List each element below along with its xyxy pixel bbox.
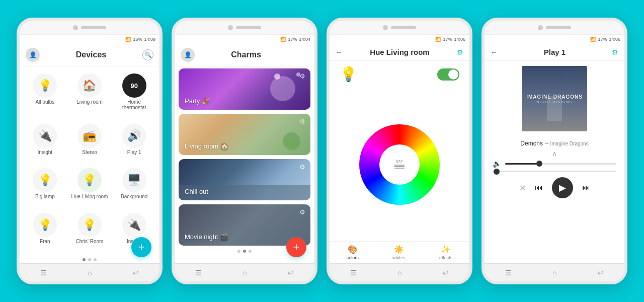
back-button-play[interactable]: ← [491, 48, 498, 56]
tab-whites[interactable]: ☀️ whites [392, 245, 406, 260]
device-label-1: Living room [76, 99, 103, 105]
stereo-icon: 📻 [77, 124, 102, 148]
tab-colors[interactable]: 🎨 colors [347, 245, 359, 260]
devices-header: 👤 Devices 🔍 [20, 44, 159, 66]
home-icon-4[interactable]: ⌂ [552, 269, 556, 277]
settings-button-hue[interactable]: ⚙ [457, 48, 463, 56]
bottom-bar-2: ☰ ⌂ ↩ [175, 263, 314, 281]
tab-effects-label: effects [439, 255, 452, 260]
hue-screen: ← Hue Living room ⚙ 💡 SAT 🎨 colors [330, 44, 469, 263]
wifi-icon-3: 📶 [435, 37, 441, 42]
play-pause-button[interactable]: ▶ [552, 177, 573, 198]
devices-screen: 👤 Devices 🔍 💡 All bulbs 🏠 Living room 90… [20, 44, 159, 263]
big-lamp-icon: 💡 [33, 168, 57, 192]
charm-chill-gear-icon[interactable]: ⚙ [299, 163, 305, 171]
insight-icon: 🔌 [33, 124, 57, 148]
colors-icon: 🎨 [348, 245, 358, 254]
volume-bar[interactable] [505, 163, 616, 165]
back-icon-3[interactable]: ↩ [443, 269, 449, 277]
expand-icon[interactable]: ∧ [485, 149, 624, 158]
menu-icon-3[interactable]: ☰ [350, 269, 357, 277]
menu-icon-2[interactable]: ☰ [195, 269, 202, 277]
device-stereo[interactable]: 📻 Stereo [68, 121, 111, 164]
charm-dot-2 [296, 72, 300, 77]
device-play1[interactable]: 🔊 Play 1 [113, 121, 155, 164]
home-icon-1[interactable]: ⌂ [88, 269, 92, 277]
dot-2-3 [249, 250, 252, 253]
volume-knob[interactable] [536, 161, 542, 167]
time-4: 14:06 [609, 37, 620, 42]
camera-2 [228, 25, 233, 30]
battery-1: 16% [133, 37, 142, 42]
charm-home[interactable]: ⚙ Living room 🏠 [179, 114, 310, 155]
hue-bottom-tabs: 🎨 colors ☀️ whites ✨ effects [330, 241, 469, 263]
tab-effects[interactable]: ✨ effects [439, 245, 452, 260]
device-chris-room[interactable]: 💡 Chris' Room [68, 210, 111, 253]
volume-icon: 🔈 [493, 160, 501, 168]
play1-screen: ← Play 1 ⚙ IMAGINE DRAGONS NIGHT VISIONS… [485, 44, 624, 263]
search-button-1[interactable]: 🔍 [142, 49, 153, 60]
device-label-8: Background [121, 194, 147, 199]
brightness-knob[interactable] [494, 169, 500, 175]
dot-1-3 [94, 258, 97, 261]
phone-charms: 📶 17% 14:04 👤 Charms ⚙ Party 🎉 ⚙ Living … [172, 18, 317, 284]
insight2-icon: 🔌 [122, 213, 146, 237]
previous-button[interactable]: ⏮ [535, 183, 543, 192]
back-icon-4[interactable]: ↩ [598, 269, 604, 277]
background-icon: 🖥️ [122, 168, 146, 192]
charm-movie-gear-icon[interactable]: ⚙ [299, 208, 305, 216]
volume-row: 🔈 [485, 158, 624, 170]
add-charm-fab[interactable]: + [286, 237, 306, 257]
home-icon-3[interactable]: ⌂ [397, 269, 401, 277]
phone-top-bar-4 [485, 21, 624, 35]
tab-whites-label: whites [392, 255, 406, 260]
menu-icon-1[interactable]: ☰ [40, 269, 47, 277]
device-thermostat[interactable]: 90 Home thermostat [113, 70, 155, 119]
device-living-room[interactable]: 🏠 Living room [68, 70, 111, 119]
charm-chill-label: Chill out [185, 188, 208, 195]
hue-living-icon: 💡 [77, 168, 102, 192]
volume-fill [505, 163, 538, 165]
charm-party[interactable]: ⚙ Party 🎉 [179, 68, 310, 110]
device-hue-living[interactable]: 💡 Hue Living room [68, 165, 111, 208]
hue-power-toggle[interactable] [437, 68, 459, 81]
phone-top-bar-2 [175, 21, 314, 35]
device-big-lamp[interactable]: 💡 Big lamp [24, 165, 66, 208]
device-fran[interactable]: 💡 Fran [24, 210, 66, 253]
status-bar-3: 📶 17% 14:06 [330, 35, 469, 44]
status-bar-1: 📶 16% 14:09 [20, 35, 159, 44]
device-label-4: Stereo [82, 149, 97, 155]
charm-movie-label: Movie night 🎬 [185, 233, 228, 241]
device-background[interactable]: 🖥️ Background [113, 165, 155, 208]
home-icon-2[interactable]: ⌂ [243, 269, 247, 277]
shuffle-button[interactable]: ✕ [519, 183, 526, 193]
device-label-9: Fran [40, 239, 50, 244]
whites-icon: ☀️ [394, 245, 404, 254]
play1-icon: 🔊 [122, 124, 146, 148]
device-insight[interactable]: 🔌 Insight [24, 121, 66, 164]
charm-chill[interactable]: ⚙ Chill out [179, 159, 310, 200]
device-label-2: Home thermostat [115, 99, 153, 110]
settings-button-play[interactable]: ⚙ [612, 48, 618, 56]
add-device-fab[interactable]: + [131, 237, 151, 257]
hue-title: Hue Living room [370, 48, 429, 56]
camera-3 [383, 25, 388, 30]
phone-play1: 📶 17% 14:06 ← Play 1 ⚙ IMAGINE DRAGONS N… [481, 18, 627, 284]
brightness-bar[interactable] [493, 171, 616, 172]
charm-home-gear-icon[interactable]: ⚙ [299, 118, 305, 125]
track-artist: Imagine Dragons [550, 141, 589, 146]
device-label-6: Big lamp [35, 194, 55, 199]
time-3: 14:06 [454, 37, 465, 42]
back-icon-2[interactable]: ↩ [288, 269, 294, 277]
next-button[interactable]: ⏭ [582, 183, 590, 192]
charm-tree [283, 132, 300, 150]
device-all-bulbs[interactable]: 💡 All bulbs [24, 70, 66, 119]
back-icon-1[interactable]: ↩ [133, 269, 139, 277]
color-wheel[interactable]: SAT [359, 124, 440, 205]
dot-2-2 [243, 250, 246, 253]
bottom-bar-4: ☰ ⌂ ↩ [485, 263, 624, 281]
bottom-bar-3: ☰ ⌂ ↩ [330, 263, 469, 281]
back-button-hue[interactable]: ← [336, 48, 343, 56]
menu-icon-4[interactable]: ☰ [505, 269, 512, 277]
avatar-2: 👤 [181, 48, 195, 62]
